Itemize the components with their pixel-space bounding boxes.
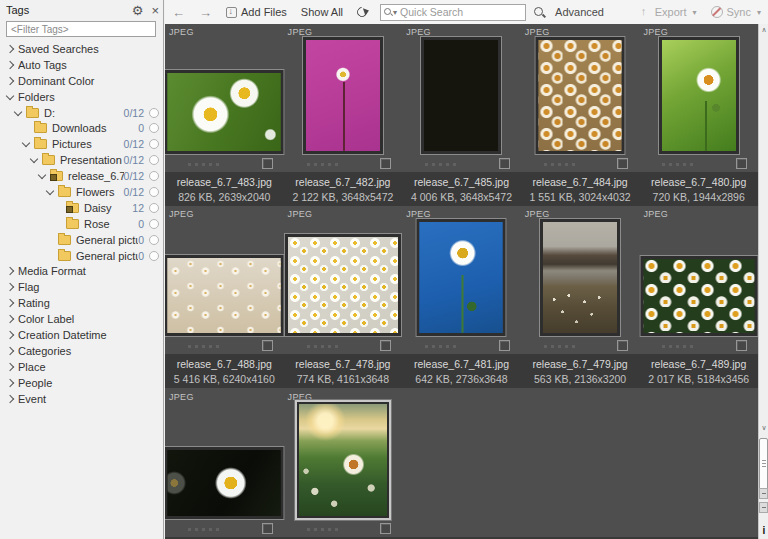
search-options-caret-icon[interactable]: ▾ bbox=[393, 8, 397, 17]
tree-row[interactable]: People bbox=[0, 375, 163, 391]
thumbnail-cell[interactable]: JPEG bbox=[165, 206, 284, 354]
tree-row[interactable]: Flag bbox=[0, 279, 163, 295]
vertical-scrollbar[interactable]: ∧ ∨ i bbox=[758, 24, 768, 539]
select-checkbox[interactable] bbox=[380, 340, 391, 351]
thumbnail-cell[interactable]: JPEG bbox=[402, 206, 521, 354]
add-files-button[interactable]: Add Files bbox=[219, 1, 294, 23]
tree-row[interactable]: Media Format bbox=[0, 263, 163, 279]
tree-row[interactable]: Flowers 0/12 bbox=[0, 184, 163, 200]
chevron-icon[interactable] bbox=[6, 91, 14, 99]
sync-button[interactable]: Sync ▾ bbox=[704, 1, 768, 23]
chevron-icon[interactable] bbox=[14, 107, 22, 115]
rating-dots[interactable] bbox=[544, 163, 575, 166]
thumbnail-frame[interactable] bbox=[639, 255, 758, 337]
thumbnail-image[interactable] bbox=[424, 40, 498, 151]
tree-row[interactable]: Place bbox=[0, 359, 163, 375]
thumbnail-image[interactable] bbox=[306, 40, 380, 151]
tree-radio[interactable] bbox=[149, 203, 159, 213]
thumbnail-frame[interactable] bbox=[420, 36, 502, 155]
thumbnail-frame[interactable] bbox=[658, 36, 740, 155]
chevron-icon[interactable] bbox=[6, 331, 14, 339]
tree-radio[interactable] bbox=[149, 123, 159, 133]
quick-search-input[interactable] bbox=[400, 6, 522, 18]
select-checkbox[interactable] bbox=[736, 340, 747, 351]
info-icon[interactable]: i bbox=[759, 525, 768, 538]
tree-row[interactable]: Presentation 0/12 bbox=[0, 152, 163, 168]
select-checkbox[interactable] bbox=[262, 523, 273, 534]
thumbnail-cell[interactable]: JPEG bbox=[639, 24, 758, 172]
chevron-icon[interactable] bbox=[6, 61, 14, 69]
thumbnail-image[interactable] bbox=[168, 73, 281, 151]
tree-row[interactable]: Event bbox=[0, 391, 163, 407]
tree-row[interactable]: Categories bbox=[0, 343, 163, 359]
tree-radio[interactable] bbox=[149, 187, 159, 197]
tree-row[interactable]: Pictures 0/12 bbox=[0, 136, 163, 152]
rating-dots[interactable] bbox=[662, 163, 693, 166]
export-caret-icon[interactable]: ▾ bbox=[693, 8, 697, 17]
scroll-up-icon[interactable]: ∧ bbox=[760, 26, 768, 34]
select-checkbox[interactable] bbox=[499, 158, 510, 169]
tree-row[interactable]: Dominant Color bbox=[0, 73, 163, 89]
close-icon[interactable]: × bbox=[151, 4, 159, 17]
scrollbar-thumb[interactable] bbox=[759, 438, 768, 494]
gear-icon[interactable]: ⚙ bbox=[132, 4, 144, 17]
select-checkbox[interactable] bbox=[617, 158, 628, 169]
tree-radio[interactable] bbox=[149, 108, 159, 118]
tree-radio[interactable] bbox=[149, 171, 159, 181]
thumbnail-frame[interactable] bbox=[165, 69, 285, 155]
chevron-icon[interactable] bbox=[6, 299, 14, 307]
thumbnail-cell[interactable]: JPEG bbox=[402, 24, 521, 172]
tree-row[interactable]: Rating bbox=[0, 295, 163, 311]
thumbnail-image[interactable] bbox=[643, 259, 754, 333]
tree-row[interactable]: Rose 0 bbox=[0, 216, 163, 232]
select-checkbox[interactable] bbox=[262, 158, 273, 169]
thumbnail-frame[interactable] bbox=[284, 233, 402, 337]
chevron-icon[interactable] bbox=[6, 315, 14, 323]
show-all-button[interactable]: Show All bbox=[294, 1, 350, 23]
tree-radio[interactable] bbox=[149, 139, 159, 149]
run-search-icon[interactable] bbox=[534, 7, 545, 18]
export-button[interactable]: Export ▾ bbox=[633, 1, 704, 23]
tree-row[interactable]: Saved Searches bbox=[0, 41, 163, 57]
thumbnail-image[interactable] bbox=[288, 237, 398, 333]
chevron-icon[interactable] bbox=[6, 394, 14, 402]
thumbnail-cell[interactable]: JPEG bbox=[284, 389, 403, 537]
tree-row[interactable]: release_6.7 0/12 bbox=[0, 168, 163, 184]
panel-collapse-button-2[interactable] bbox=[759, 502, 768, 513]
thumbnail-cell[interactable]: JPEG bbox=[165, 24, 284, 172]
chevron-icon[interactable] bbox=[6, 378, 14, 386]
thumbnail-frame[interactable] bbox=[535, 36, 626, 155]
advanced-search-button[interactable]: Advanced bbox=[551, 6, 608, 18]
tree-row[interactable]: Auto Tags bbox=[0, 57, 163, 73]
select-checkbox[interactable] bbox=[380, 523, 391, 534]
rating-dots[interactable] bbox=[307, 163, 338, 166]
chevron-icon[interactable] bbox=[6, 363, 14, 371]
thumbnail-image[interactable] bbox=[299, 404, 387, 516]
tree-radio[interactable] bbox=[149, 235, 159, 245]
tree-row[interactable]: General pictures 2 0 bbox=[0, 248, 163, 264]
thumbnail-cell[interactable]: JPEG bbox=[521, 206, 640, 354]
select-checkbox[interactable] bbox=[262, 340, 273, 351]
tree-row[interactable]: General pictures 0 bbox=[0, 232, 163, 248]
tree-radio[interactable] bbox=[149, 251, 159, 261]
select-checkbox[interactable] bbox=[499, 340, 510, 351]
thumbnail-cell[interactable]: JPEG bbox=[165, 389, 284, 537]
thumbnail-cell[interactable]: JPEG bbox=[639, 206, 758, 354]
chevron-icon[interactable] bbox=[30, 155, 38, 163]
tree-radio[interactable] bbox=[149, 155, 159, 165]
rating-dots[interactable] bbox=[188, 345, 219, 348]
chevron-icon[interactable] bbox=[6, 76, 14, 84]
thumbnail-image[interactable] bbox=[662, 40, 736, 151]
sync-caret-icon[interactable]: ▾ bbox=[757, 8, 761, 17]
tree-row[interactable]: Downloads 0 bbox=[0, 120, 163, 136]
rating-dots[interactable] bbox=[307, 528, 338, 531]
thumbnail-image[interactable] bbox=[420, 222, 503, 333]
chevron-icon[interactable] bbox=[38, 171, 46, 179]
select-checkbox[interactable] bbox=[736, 158, 747, 169]
chevron-icon[interactable] bbox=[6, 347, 14, 355]
forward-button[interactable]: → bbox=[192, 1, 219, 23]
rating-dots[interactable] bbox=[425, 163, 456, 166]
tree-row[interactable]: D: 0/12 bbox=[0, 105, 163, 121]
thumbnail-image[interactable] bbox=[539, 40, 622, 151]
chevron-icon[interactable] bbox=[6, 283, 14, 291]
